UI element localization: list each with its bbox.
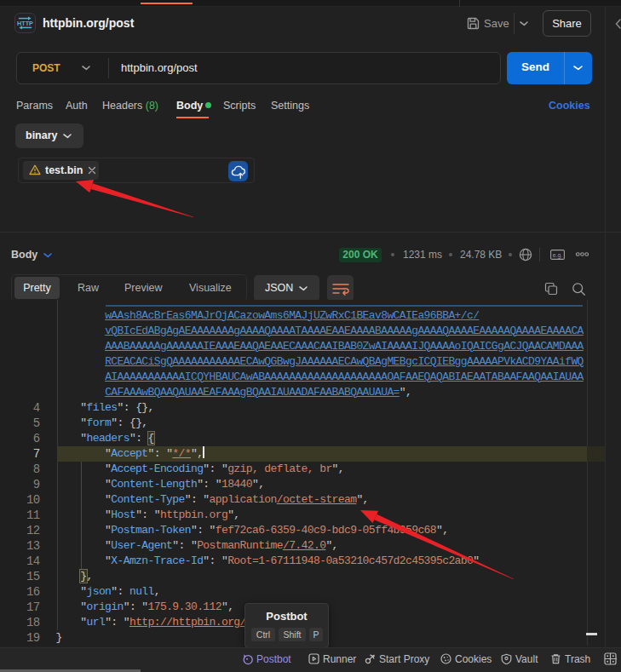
svg-text:HTTP: HTTP xyxy=(17,20,33,27)
svg-text:e.g.: e.g. xyxy=(553,252,562,259)
